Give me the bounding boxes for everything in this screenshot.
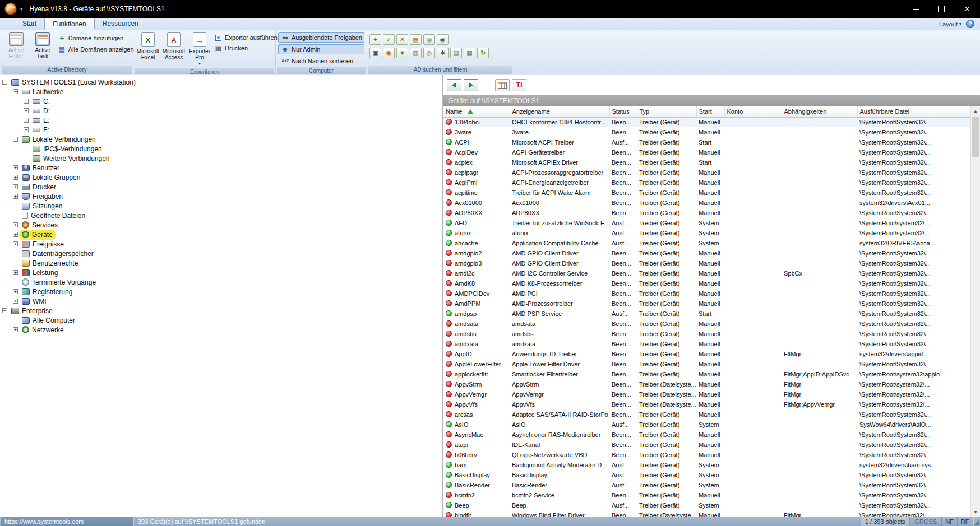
tab-start[interactable]: Start <box>15 18 44 30</box>
table-row[interactable]: bcmfn2bcmfn2 ServiceBeen...Treiber (Gerä… <box>443 490 970 500</box>
sort-by-name-toggle[interactable]: Nach Namen sortieren <box>278 56 364 66</box>
printer-button[interactable]: ▤ <box>450 48 462 58</box>
table-row[interactable]: AppvVfsAppvVfsBeen...Treiber (Dateisyste… <box>443 399 970 409</box>
new-query-button[interactable]: + <box>369 34 381 45</box>
tree-item-terminierte-vorg-nge[interactable]: Terminierte Vorgänge <box>0 277 442 287</box>
table-row[interactable]: amdsbsamdsbsBeen...Treiber (Gerät)Manuel… <box>443 329 970 339</box>
table-row[interactable]: acpipagrACPI-ProzessoraggregatortreiberB… <box>443 167 970 178</box>
table-row[interactable]: BasicDisplayBasicDisplayAusf...Treiber (… <box>443 470 970 480</box>
columns-button[interactable]: ▥ <box>410 48 422 58</box>
expand-toggle[interactable]: + <box>13 184 18 189</box>
tree-item-wmi[interactable]: +WMI <box>0 296 442 306</box>
column-header-status[interactable]: Status <box>609 106 637 117</box>
table-row[interactable]: AmdK8AMD K8-ProzessortreiberBeen...Treib… <box>443 278 970 288</box>
minimize-button[interactable] <box>903 0 928 18</box>
expand-toggle[interactable]: + <box>13 270 18 275</box>
table-row[interactable]: ADP80XXADP80XXBeen...Treiber (Gerät)Manu… <box>443 208 970 218</box>
search-button[interactable]: ◎ <box>423 34 435 45</box>
expand-toggle[interactable]: + <box>24 127 29 132</box>
table-row[interactable]: BasicRenderBasicRenderAusf...Treiber (Ge… <box>443 480 970 490</box>
table-row[interactable]: bamBackground Activity Moderator D...Aus… <box>443 460 970 470</box>
grid-view-button[interactable] <box>495 79 510 91</box>
exporter-pro-button[interactable]: Exporter Pro <box>187 32 212 67</box>
table-row[interactable]: AmdPPMAMD-ProzessortreiberBeen...Treiber… <box>443 299 970 309</box>
tree-item-systemtools1-local-workstation[interactable]: −SYSTEMTOOLS1 (Local Workstation) <box>0 77 442 87</box>
print-button[interactable]: Drucken <box>213 44 273 53</box>
tree-item-d[interactable]: +D: <box>0 106 442 115</box>
expand-toggle[interactable]: + <box>13 165 18 170</box>
collapse-toggle[interactable]: − <box>13 137 18 142</box>
table-row[interactable]: acpitimeTreiber für ACPI Wake AlarmBeen.… <box>443 188 970 198</box>
group-search-button[interactable]: ◎ <box>423 48 435 58</box>
tree-item-ipc-verbindungen[interactable]: IPC$-Verbindungen <box>0 144 442 153</box>
scroll-down-icon[interactable] <box>971 508 980 517</box>
table-row[interactable]: AppvVemgrAppvVemgrBeen...Treiber (Dateis… <box>443 389 970 399</box>
run-exporter-button[interactable]: Exporter ausführen <box>213 34 273 41</box>
expand-toggle[interactable]: + <box>13 241 18 246</box>
table-row[interactable]: AcpiPmiACPI-EnergieanzeigetreiberBeen...… <box>443 178 970 188</box>
table-row[interactable]: amdi2cAMD I2C Controller ServiceBeen...T… <box>443 268 970 278</box>
tab-funktionen[interactable]: Funktionen <box>44 18 94 30</box>
tree-item-e[interactable]: +E: <box>0 115 442 125</box>
quick-access-chevron-icon[interactable] <box>20 6 23 12</box>
tree-item-lokale-verbindungen[interactable]: −Lokale Verbindungen <box>0 134 442 144</box>
table-row[interactable]: AcpiDevACPI-GerätetreiberBeen...Treiber … <box>443 147 970 157</box>
hidden-shares-toggle[interactable]: Ausgeblendete Freigaben <box>278 32 364 43</box>
column-header-anzeigename[interactable]: Anzeigename <box>510 106 609 117</box>
tree-item-enterprise[interactable]: −Enterprise <box>0 306 442 315</box>
table-row[interactable]: applockerfltrSmartlocker-FiltertreiberBe… <box>443 369 970 379</box>
scroll-thumb[interactable] <box>972 117 979 157</box>
tree-item-ereignisse[interactable]: +Ereignisse <box>0 239 442 249</box>
tree-item-ger-te[interactable]: +Geräte <box>0 230 442 239</box>
delete-button[interactable]: ✕ <box>396 34 408 45</box>
help-button[interactable] <box>966 20 974 28</box>
add-domain-button[interactable]: Domäne hinzufügen <box>57 34 131 43</box>
tree-item-laufwerke[interactable]: −Laufwerke <box>0 87 442 96</box>
tree-item-benutzerrechte[interactable]: Benutzerrechte <box>0 258 442 268</box>
table-row[interactable]: 1394ohciOHCI-konformer 1394-Hostcontr...… <box>443 117 970 127</box>
collapse-toggle[interactable]: − <box>13 89 18 94</box>
table-row[interactable]: amdsataamdsataBeen...Treiber (Gerät)Manu… <box>443 319 970 329</box>
admin-only-toggle[interactable]: Nur Admin <box>278 44 364 54</box>
column-header-start[interactable]: Start <box>696 106 724 117</box>
table-row[interactable]: b06bdrvQLogic-Netzwerkkarte VBDBeen...Tr… <box>443 450 970 460</box>
table-row[interactable]: AppIDAnwendungs-ID-TreiberBeen...Treiber… <box>443 349 970 359</box>
refresh-button[interactable]: ↻ <box>477 48 489 58</box>
collapse-toggle[interactable]: − <box>2 80 7 85</box>
tree-item-lokale-gruppen[interactable]: +Lokale Gruppen <box>0 173 442 182</box>
column-header-name[interactable]: Name <box>443 106 510 117</box>
tree-item-weitere-verbindungen[interactable]: Weitere Verbindungen <box>0 153 442 163</box>
tree-item-netzwerke[interactable]: +Netzwerke <box>0 325 442 334</box>
scroll-up-icon[interactable] <box>971 106 980 116</box>
microsoft-access-button[interactable]: Microsoft Access <box>161 32 186 61</box>
table-row[interactable]: 3ware3wareBeen...Treiber (Gerät)Manuell\… <box>443 127 970 137</box>
table-row[interactable]: atapiIDE-KanalBeen...Treiber (Gerät)Manu… <box>443 440 970 450</box>
table-row[interactable]: AFDTreiber für zusätzliche WinSock-F...A… <box>443 218 970 228</box>
expand-toggle[interactable]: + <box>24 118 29 123</box>
expand-toggle[interactable]: + <box>13 289 18 294</box>
tree-item-services[interactable]: +Services <box>0 220 442 230</box>
table-row[interactable]: AsyncMacAsynchroner RAS-MedientreiberBee… <box>443 430 970 440</box>
filter-button[interactable]: ▼ <box>396 48 408 58</box>
column-header-typ[interactable]: Typ <box>637 106 696 117</box>
back-button[interactable] <box>447 79 461 91</box>
table-row[interactable]: bindfltWindows Bind Filter DriverBeen...… <box>443 510 970 517</box>
table-row[interactable]: ahcacheApplication Compatibility CacheAu… <box>443 238 970 248</box>
tree-item-drucker[interactable]: +Drucker <box>0 182 442 192</box>
statusbar-url[interactable]: https://www.systemtools.com <box>0 517 133 526</box>
table-row[interactable]: amdgpio2AMD GPIO Client DriverBeen...Tre… <box>443 248 970 258</box>
column-header-abh-ngigkeiten[interactable]: Abhängigkeiten <box>782 106 857 117</box>
computer-search-button[interactable]: ▣ <box>369 48 381 58</box>
advanced-search-button[interactable]: ◉ <box>437 34 449 45</box>
expand-toggle[interactable]: + <box>13 222 18 227</box>
forward-button[interactable] <box>464 79 478 91</box>
expand-toggle[interactable]: + <box>13 194 18 199</box>
maximize-button[interactable] <box>928 0 954 18</box>
layout-menu[interactable]: Layout <box>939 21 961 27</box>
resize-grip[interactable] <box>973 517 980 526</box>
vertical-scrollbar[interactable] <box>970 106 980 517</box>
expand-toggle[interactable]: + <box>24 99 29 104</box>
tree-item-f[interactable]: +F: <box>0 125 442 134</box>
table-row[interactable]: BeepBeepAusf...Treiber (Gerät)System\Sys… <box>443 500 970 510</box>
tree-item-benutzer[interactable]: +Benutzer <box>0 163 442 173</box>
